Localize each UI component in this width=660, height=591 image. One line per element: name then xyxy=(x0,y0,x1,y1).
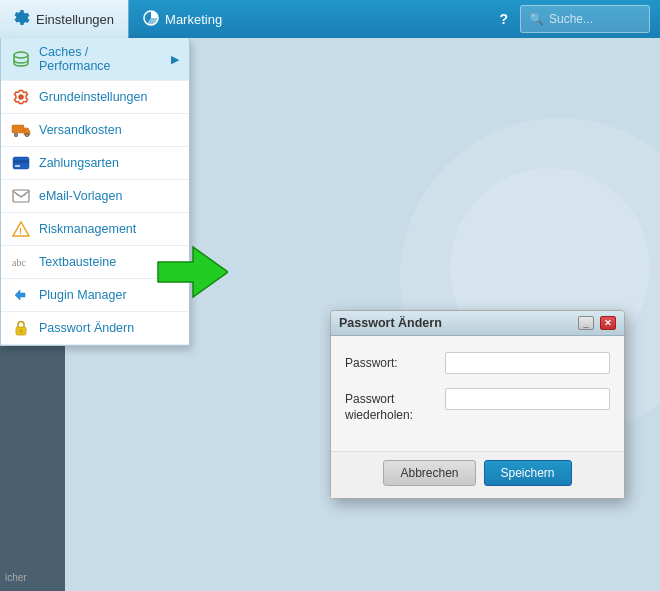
settings-label: Einstellungen xyxy=(36,12,114,27)
menu-item-risk-label: Riskmanagement xyxy=(39,222,136,236)
shipping-icon xyxy=(11,121,31,139)
menu-item-grundeinstellungen-label: Grundeinstellungen xyxy=(39,90,147,104)
menu-item-caches-label: Caches / Performance xyxy=(39,45,163,73)
plugin-icon xyxy=(11,286,31,304)
marketing-icon xyxy=(143,10,159,29)
dialog-close-button[interactable]: ✕ xyxy=(600,316,616,330)
svg-point-2 xyxy=(19,95,24,100)
svg-rect-10 xyxy=(15,165,20,167)
settings-menu[interactable]: Einstellungen xyxy=(0,0,128,38)
topbar-spacer xyxy=(236,0,487,38)
password-repeat-input[interactable] xyxy=(445,388,610,410)
dialog-title: Passwort Ändern xyxy=(339,316,572,330)
payment-icon xyxy=(11,154,31,172)
dialog-titlebar: Passwort Ändern _ ✕ xyxy=(331,311,624,336)
gear-icon xyxy=(14,10,30,29)
svg-marker-16 xyxy=(158,247,228,297)
submenu-arrow: ▶ xyxy=(171,53,179,66)
svg-point-6 xyxy=(15,134,17,136)
search-icon: 🔍 xyxy=(529,12,544,26)
cancel-button[interactable]: Abbrechen xyxy=(383,460,475,486)
password-row: Passwort: xyxy=(345,352,610,374)
svg-rect-9 xyxy=(13,160,29,163)
topbar: Einstellungen Marketing ? 🔍 Suche... xyxy=(0,0,660,38)
menu-item-plugins-label: Plugin Manager xyxy=(39,288,127,302)
dialog-body: Passwort: Passwort wiederholen: xyxy=(331,336,624,451)
arrow-indicator xyxy=(148,242,228,305)
svg-point-15 xyxy=(20,330,23,333)
svg-point-1 xyxy=(14,52,28,58)
risk-icon: ! xyxy=(11,220,31,238)
svg-text:!: ! xyxy=(19,226,22,236)
menu-item-passwort-label: Passwort Ändern xyxy=(39,321,134,335)
password-label: Passwort: xyxy=(345,352,435,370)
change-password-dialog: Passwort Ändern _ ✕ Passwort: Passwort w… xyxy=(330,310,625,499)
help-label: ? xyxy=(499,11,508,27)
email-icon xyxy=(11,187,31,205)
dialog-minimize-button[interactable]: _ xyxy=(578,316,594,330)
search-box[interactable]: 🔍 Suche... xyxy=(520,5,650,33)
menu-item-versandkosten[interactable]: Versandkosten xyxy=(1,114,189,147)
marketing-menu[interactable]: Marketing xyxy=(129,0,236,38)
menu-item-textbausteine-label: Textbausteine xyxy=(39,255,116,269)
text-icon: abc xyxy=(11,253,31,271)
cache-icon xyxy=(11,50,31,68)
password-input[interactable] xyxy=(445,352,610,374)
lock-icon xyxy=(11,319,31,337)
dialog-footer: Abbrechen Speichern xyxy=(331,451,624,498)
svg-rect-11 xyxy=(13,190,29,202)
menu-item-passwort[interactable]: Passwort Ändern xyxy=(1,312,189,345)
svg-text:abc: abc xyxy=(12,257,26,268)
menu-item-versandkosten-label: Versandkosten xyxy=(39,123,122,137)
svg-rect-3 xyxy=(12,125,24,133)
password-repeat-label: Passwort wiederholen: xyxy=(345,388,435,423)
menu-item-caches[interactable]: Caches / Performance ▶ xyxy=(1,38,189,81)
marketing-label: Marketing xyxy=(165,12,222,27)
settings-small-icon xyxy=(11,88,31,106)
menu-item-zahlungsarten[interactable]: Zahlungsarten xyxy=(1,147,189,180)
password-repeat-row: Passwort wiederholen: xyxy=(345,388,610,423)
menu-item-zahlungsarten-label: Zahlungsarten xyxy=(39,156,119,170)
menu-item-grundeinstellungen[interactable]: Grundeinstellungen xyxy=(1,81,189,114)
help-button[interactable]: ? xyxy=(487,0,520,38)
save-button[interactable]: Speichern xyxy=(484,460,572,486)
menu-item-email-label: eMail-Vorlagen xyxy=(39,189,122,203)
svg-point-7 xyxy=(26,134,28,136)
menu-item-email[interactable]: eMail-Vorlagen xyxy=(1,180,189,213)
search-placeholder: Suche... xyxy=(549,12,593,26)
